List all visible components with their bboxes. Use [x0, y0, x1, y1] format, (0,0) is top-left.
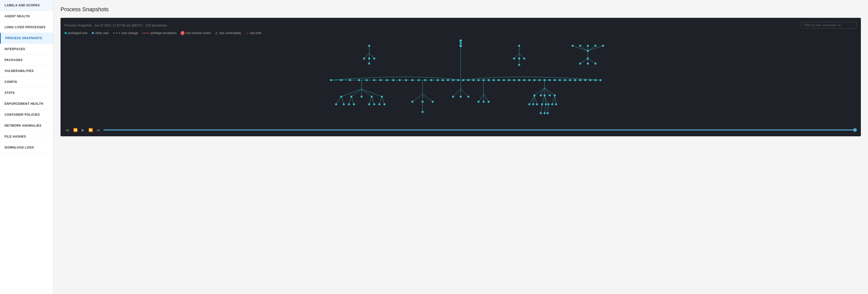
svg-point-132 [540, 94, 542, 96]
svg-point-156 [518, 64, 520, 66]
sidebar-item-file-hashes[interactable]: FILE HASHES [0, 131, 53, 142]
svg-point-78 [383, 103, 385, 105]
svg-line-165 [588, 46, 595, 51]
svg-line-63 [372, 97, 374, 104]
svg-line-54 [351, 89, 362, 97]
page-title: Process Snapshots [61, 6, 861, 13]
svg-point-17 [424, 79, 426, 81]
svg-point-20 [442, 79, 444, 81]
svg-line-56 [362, 89, 372, 97]
svg-point-10 [380, 79, 382, 81]
svg-point-138 [536, 103, 538, 105]
svg-point-75 [368, 103, 370, 105]
legend-privileged-user: privileged user [65, 31, 88, 35]
svg-line-128 [541, 104, 542, 113]
sidebar-item-network-anomalies[interactable]: NETWORK ANOMALIES [0, 120, 53, 131]
legend-has-both: ⚠ has both [245, 31, 261, 35]
svg-point-23 [457, 79, 459, 81]
legend-other-user: other user [92, 31, 109, 35]
svg-point-93 [460, 96, 462, 98]
svg-line-89 [453, 89, 461, 97]
svg-line-82 [423, 94, 433, 102]
sidebar-item-config[interactable]: CONFIG [0, 77, 53, 87]
svg-point-143 [555, 103, 557, 105]
svg-line-116 [541, 88, 545, 95]
svg-point-16 [418, 79, 420, 81]
svg-line-65 [382, 97, 384, 104]
svg-point-43 [559, 79, 561, 81]
svg-point-94 [467, 96, 469, 98]
svg-point-145 [544, 112, 546, 114]
svg-point-24 [462, 79, 464, 81]
svg-point-12 [392, 79, 394, 81]
svg-point-111 [368, 63, 370, 65]
sidebar: LABELS AND SCOPESAGENT HEALTHLONG LIVED … [0, 0, 53, 294]
svg-point-77 [378, 103, 380, 105]
privileged-user-dot [65, 32, 67, 34]
skip-to-start-button[interactable]: ⏮ [65, 128, 70, 132]
svg-line-130 [548, 104, 549, 113]
svg-point-18 [430, 79, 432, 81]
privileged-user-label: privileged user [68, 31, 88, 35]
svg-line-80 [412, 94, 423, 102]
sidebar-item-vulnerabilities[interactable]: VULNERABILITIES [0, 66, 53, 77]
sidebar-item-container-policies[interactable]: CONTAINER POLICIES [0, 109, 53, 120]
svg-point-154 [523, 57, 525, 60]
svg-point-68 [361, 96, 363, 98]
step-back-button[interactable]: ⏪ [72, 128, 79, 132]
svg-point-30 [493, 79, 495, 81]
sidebar-item-agent-health[interactable]: AGENT HEALTH [0, 11, 53, 22]
step-forward-button[interactable]: ⏩ [88, 128, 94, 132]
sidebar-item-packages[interactable]: PACKAGES [0, 55, 53, 66]
forensic-event-label: has forensic event [186, 31, 211, 35]
sidebar-item-labels-and-scopes[interactable]: LABELS AND SCOPES [0, 0, 53, 11]
playback-controls: ⏮ ⏪ ▶ ⏩ ⏭ [65, 128, 857, 132]
sidebar-item-enforcement-health[interactable]: ENFORCEMENT HEALTH [0, 98, 53, 109]
sidebar-item-download-logs[interactable]: DOWNLOAD LOGS [0, 142, 53, 153]
svg-point-72 [343, 103, 345, 105]
snapshot-title-main: Process Snapshot [65, 23, 92, 27]
sidebar-item-long-lived-processes[interactable]: LONG LIVED PROCESSES [0, 22, 53, 33]
svg-point-135 [554, 94, 556, 96]
svg-point-86 [432, 101, 434, 103]
svg-line-115 [534, 88, 545, 95]
has-both-icon: ⚠ [245, 31, 249, 35]
svg-line-53 [341, 89, 362, 97]
svg-point-44 [564, 79, 566, 81]
svg-line-149 [514, 53, 519, 58]
play-button[interactable]: ▶ [81, 128, 86, 132]
svg-line-62 [369, 97, 372, 104]
svg-point-37 [528, 79, 530, 81]
svg-line-91 [461, 89, 468, 97]
svg-point-69 [371, 96, 373, 98]
legend-privilege-escalation: privilege escalation [142, 31, 177, 35]
svg-line-126 [552, 95, 555, 104]
svg-point-26 [472, 79, 474, 81]
svg-point-84 [411, 101, 413, 103]
svg-point-35 [518, 79, 520, 81]
skip-to-end-button[interactable]: ⏭ [96, 128, 101, 132]
filter-input[interactable] [801, 22, 857, 28]
user-change-line [113, 33, 120, 33]
progress-bar[interactable] [103, 129, 857, 130]
progress-fill [103, 129, 857, 130]
svg-point-101 [488, 101, 490, 103]
svg-point-14 [405, 79, 407, 81]
svg-line-119 [545, 88, 555, 95]
svg-point-21 [447, 79, 449, 81]
svg-point-42 [554, 79, 556, 81]
svg-line-96 [478, 94, 484, 102]
main-content: Process Snapshots Process Snapshot - Jul… [53, 0, 868, 294]
svg-point-31 [498, 79, 500, 81]
svg-point-92 [452, 96, 454, 98]
svg-point-27 [477, 79, 479, 81]
svg-point-109 [373, 57, 375, 60]
sidebar-item-process-snapshots[interactable]: PROCESS SNAPSHOTS [0, 33, 53, 44]
forensic-event-icon: ! [181, 31, 185, 35]
svg-line-163 [580, 46, 588, 51]
sidebar-item-stats[interactable]: STATS [0, 87, 53, 98]
svg-point-74 [353, 103, 355, 105]
sidebar-item-interfaces[interactable]: INTERFACES [0, 44, 53, 55]
snapshot-subtitle: - Jul 22 2021 11:57:00 am (EEST) - 125 p… [92, 23, 167, 27]
svg-point-8 [366, 79, 368, 81]
